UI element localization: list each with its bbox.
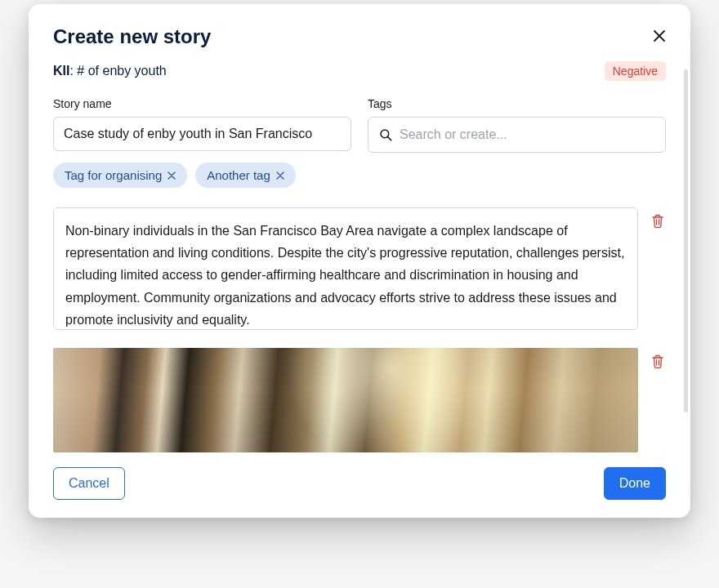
tag-remove-button[interactable] <box>276 170 284 181</box>
status-badge: Negative <box>605 61 666 81</box>
modal-header: Create new story <box>53 25 666 48</box>
scrollbar[interactable] <box>684 69 688 412</box>
kii-label: KII <box>53 64 69 78</box>
attached-image[interactable] <box>53 348 638 452</box>
trash-icon <box>651 354 664 369</box>
search-icon <box>378 127 393 142</box>
image-row <box>53 348 666 452</box>
tags-search-input[interactable] <box>400 127 655 142</box>
tag-label: Tag for organising <box>65 168 162 182</box>
close-icon <box>653 29 666 42</box>
form-row: Story name Tags <box>53 97 666 153</box>
tags-label: Tags <box>368 97 666 110</box>
delete-description-button[interactable] <box>650 212 666 233</box>
modal-footer: Cancel Done <box>29 467 690 500</box>
kii-text: KII: # of enby youth <box>53 64 167 78</box>
tags-search-wrap[interactable] <box>368 117 666 153</box>
tag-remove-button[interactable] <box>167 170 176 181</box>
modal-title: Create new story <box>53 25 211 48</box>
tag-chip[interactable]: Tag for organising <box>53 163 187 188</box>
done-button[interactable]: Done <box>604 467 666 500</box>
close-icon <box>276 172 284 180</box>
close-icon <box>167 172 176 180</box>
svg-line-1 <box>388 137 391 140</box>
story-name-input[interactable] <box>53 117 351 151</box>
cancel-button[interactable]: Cancel <box>53 467 125 500</box>
kii-value: # of enby youth <box>77 64 166 78</box>
description-row <box>53 207 666 330</box>
subheader-row: KII: # of enby youth Negative <box>53 61 666 81</box>
delete-image-button[interactable] <box>650 353 666 373</box>
create-story-modal: Create new story KII: # of enby youth Ne… <box>29 4 690 518</box>
story-name-group: Story name <box>53 97 351 153</box>
tag-chip[interactable]: Another tag <box>195 163 296 188</box>
tags-group: Tags <box>368 97 666 153</box>
tag-list: Tag for organising Another tag <box>53 163 666 188</box>
story-name-label: Story name <box>53 97 351 110</box>
tag-label: Another tag <box>207 168 270 182</box>
trash-icon <box>651 214 664 229</box>
description-textarea[interactable] <box>53 207 638 330</box>
close-button[interactable] <box>653 29 666 45</box>
